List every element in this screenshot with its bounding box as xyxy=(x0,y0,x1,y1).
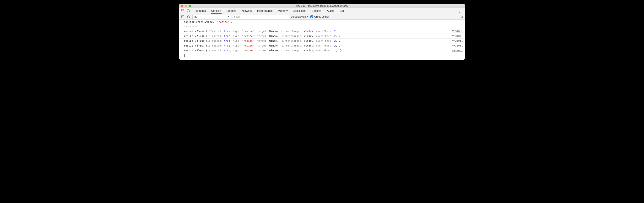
console-log-row: resize Event {isTrusted: true, type: "re… xyxy=(179,48,465,53)
cursor xyxy=(184,54,184,57)
clear-console-icon[interactable] xyxy=(187,15,190,19)
tab-network[interactable]: Network xyxy=(242,8,252,14)
devtools-window: DevTools - developers.google.com/web/sho… xyxy=(179,4,465,60)
tab-elements[interactable]: Elements xyxy=(194,8,206,14)
panel-tabs-row: ElementsConsoleSourcesNetworkPerformance… xyxy=(179,8,465,14)
show-console-sidebar-icon[interactable] xyxy=(181,15,185,19)
group-similar-checkbox[interactable] xyxy=(310,16,313,18)
source-link[interactable]: VM310:1 xyxy=(452,29,463,33)
log-content[interactable]: resize Event {isTrusted: true, type: "re… xyxy=(184,44,450,48)
device-toolbar-icon[interactable] xyxy=(187,9,190,13)
titlebar: DevTools - developers.google.com/web/sho… xyxy=(179,4,465,8)
svg-line-5 xyxy=(188,16,189,18)
tab-console[interactable]: Console xyxy=(211,8,221,14)
source-link[interactable]: VM310:1 xyxy=(452,49,463,53)
console-log-row: resize Event {isTrusted: true, type: "re… xyxy=(179,39,465,43)
console-output-value: undefined xyxy=(184,25,463,29)
console-input-row: › monitorEvents(window, "resize"); xyxy=(179,20,465,24)
tab-audits[interactable]: Audits xyxy=(326,8,335,14)
log-content[interactable]: resize Event {isTrusted: true, type: "re… xyxy=(184,29,450,33)
caret-down-icon: ▼ xyxy=(228,16,230,18)
expand-triangle-icon[interactable] xyxy=(195,35,196,37)
console-settings-icon[interactable]: ⚙ xyxy=(460,15,463,19)
kebab-menu-icon[interactable]: ⋮ xyxy=(457,9,462,13)
tab-performance[interactable]: Performance xyxy=(257,8,273,14)
tabs-right: ⋮ xyxy=(455,9,464,13)
context-value: top xyxy=(194,15,197,18)
source-link[interactable]: VM310:1 xyxy=(452,39,463,43)
prompt-icon: › xyxy=(181,54,184,58)
svg-rect-2 xyxy=(188,10,190,12)
expand-triangle-icon[interactable] xyxy=(195,45,196,47)
inspect-tools xyxy=(180,8,192,14)
expand-triangle-icon[interactable] xyxy=(195,50,196,52)
console-input-content: monitorEvents(window, "resize"); xyxy=(184,20,463,24)
inspect-element-icon[interactable] xyxy=(181,9,185,13)
execution-context-select[interactable]: top ▼ xyxy=(192,15,231,19)
log-content[interactable]: resize Event {isTrusted: true, type: "re… xyxy=(184,39,450,43)
console-toolbar: top ▼ Default levels ▼ Group similar ⚙ xyxy=(179,14,465,20)
panel-tabs: ElementsConsoleSourcesNetworkPerformance… xyxy=(194,8,345,14)
console-body: › monitorEvents(window, "resize"); ‹ und… xyxy=(179,20,465,60)
log-content[interactable]: resize Event {isTrusted: true, type: "re… xyxy=(184,49,450,53)
source-link[interactable]: VM310:1 xyxy=(452,44,463,48)
console-log-row: resize Event {isTrusted: true, type: "re… xyxy=(179,34,465,39)
group-similar-toggle[interactable]: Group similar xyxy=(310,15,329,18)
tab-axe[interactable]: aXe xyxy=(339,8,345,14)
divider xyxy=(455,9,455,13)
log-levels-select[interactable]: Default levels ▼ xyxy=(291,15,308,18)
tab-application[interactable]: Application xyxy=(293,8,307,14)
console-output-row: ‹ undefined xyxy=(179,24,465,29)
output-prompt-icon: ‹ xyxy=(181,25,184,29)
log-content[interactable]: resize Event {isTrusted: true, type: "re… xyxy=(184,34,450,38)
tab-security[interactable]: Security xyxy=(312,8,322,14)
tab-sources[interactable]: Sources xyxy=(226,8,237,14)
console-log-row: resize Event {isTrusted: true, type: "re… xyxy=(179,29,465,34)
tab-memory[interactable]: Memory xyxy=(278,8,288,14)
group-similar-label: Group similar xyxy=(314,15,329,18)
console-log-row: resize Event {isTrusted: true, type: "re… xyxy=(179,43,465,48)
expand-triangle-icon[interactable] xyxy=(195,31,196,33)
caret-down-icon: ▼ xyxy=(306,16,308,18)
input-prompt-icon: › xyxy=(181,20,184,24)
source-link[interactable]: VM310:1 xyxy=(452,34,463,38)
levels-label: Default levels xyxy=(291,15,306,18)
expand-triangle-icon[interactable] xyxy=(195,40,196,42)
console-prompt-row[interactable]: › xyxy=(179,53,465,60)
window-title: DevTools - developers.google.com/web/sho… xyxy=(179,5,465,7)
filter-input[interactable] xyxy=(233,15,289,19)
